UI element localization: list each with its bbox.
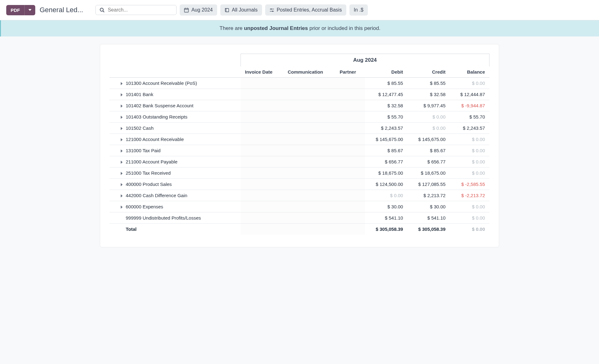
banner-strong[interactable]: unposted Journal Entries xyxy=(244,25,308,31)
empty-cell xyxy=(335,134,365,145)
empty-cell xyxy=(241,100,283,111)
account-name: 211000 Account Payable xyxy=(126,159,178,164)
expand-caret-icon[interactable] xyxy=(121,116,123,119)
expand-caret-icon[interactable] xyxy=(121,161,123,164)
search-box[interactable] xyxy=(95,5,177,15)
account-name: 251000 Tax Received xyxy=(126,170,171,176)
credit-cell: $ 85.67 xyxy=(407,145,450,156)
credit-cell: $ 18,675.00 xyxy=(407,167,450,179)
balance-cell: $ -2,585.55 xyxy=(450,179,489,190)
account-name-cell[interactable]: 442000 Cash Difference Gain xyxy=(110,190,241,201)
ledger-row[interactable]: 121000 Account Receivable$ 145,675.00$ 1… xyxy=(110,134,489,145)
empty-cell xyxy=(241,156,283,167)
entries-filter-button[interactable]: Posted Entries, Accrual Basis xyxy=(265,4,346,16)
account-name-cell[interactable]: 101502 Cash xyxy=(110,123,241,134)
empty-cell xyxy=(283,190,335,201)
empty-cell xyxy=(241,212,283,224)
col-communication: Communication xyxy=(283,66,335,78)
credit-cell: $ 656.77 xyxy=(407,156,450,167)
expand-caret-icon[interactable] xyxy=(121,172,123,175)
credit-cell: $ 0.00 xyxy=(407,123,450,134)
ledger-row[interactable]: 400000 Product Sales$ 124,500.00$ 127,08… xyxy=(110,179,489,190)
credit-cell: $ 32.58 xyxy=(407,89,450,100)
ledger-row[interactable]: 101402 Bank Suspense Account$ 32.58$ 9,9… xyxy=(110,100,489,111)
account-name: 400000 Product Sales xyxy=(126,182,172,187)
banner-prefix: There are xyxy=(220,25,244,31)
account-name-cell[interactable]: 101401 Bank xyxy=(110,89,241,100)
empty-cell xyxy=(335,156,365,167)
empty-cell xyxy=(241,145,283,156)
account-name: 999999 Undistributed Profits/Losses xyxy=(126,215,201,221)
account-name: 101502 Cash xyxy=(126,125,153,131)
svg-rect-2 xyxy=(184,8,188,12)
expand-caret-icon[interactable] xyxy=(121,206,123,209)
book-icon xyxy=(225,8,229,12)
expand-caret-icon[interactable] xyxy=(121,138,123,141)
account-name-cell[interactable]: 101300 Account Receivable (PoS) xyxy=(110,78,241,89)
account-name-cell[interactable]: 101403 Outstanding Receipts xyxy=(110,111,241,123)
expand-caret-icon[interactable] xyxy=(121,194,123,197)
expand-caret-icon[interactable] xyxy=(121,82,123,85)
empty-cell xyxy=(241,190,283,201)
journals-filter-button[interactable]: All Journals xyxy=(220,4,262,16)
col-credit: Credit xyxy=(407,66,450,78)
account-name-cell[interactable]: 121000 Account Receivable xyxy=(110,134,241,145)
ledger-row[interactable]: 101502 Cash$ 2,243.57$ 0.00$ 2,243.57 xyxy=(110,123,489,134)
empty-cell xyxy=(283,156,335,167)
account-name: 101402 Bank Suspense Account xyxy=(126,103,193,108)
empty-cell xyxy=(283,224,335,235)
account-name-cell[interactable]: 251000 Tax Received xyxy=(110,167,241,179)
pdf-button[interactable]: PDF xyxy=(6,5,24,15)
debit-cell: $ 85.67 xyxy=(365,145,407,156)
account-name-cell[interactable]: 211000 Account Payable xyxy=(110,156,241,167)
ledger-table: Aug 2024 Invoice Date Communication Part… xyxy=(110,54,489,235)
balance-cell: $ -9,944.87 xyxy=(450,100,489,111)
debit-cell: $ 85.55 xyxy=(365,78,407,89)
empty-cell xyxy=(241,167,283,179)
expand-caret-icon[interactable] xyxy=(121,93,123,96)
account-name-cell[interactable]: 400000 Product Sales xyxy=(110,179,241,190)
balance-cell: $ -2,213.72 xyxy=(450,190,489,201)
balance-cell: $ 0.00 xyxy=(450,156,489,167)
account-name: 101300 Account Receivable (PoS) xyxy=(126,80,197,86)
empty-cell xyxy=(335,78,365,89)
currency-filter-button[interactable]: In .$ xyxy=(349,4,368,16)
expand-caret-icon[interactable] xyxy=(121,183,123,186)
search-input[interactable] xyxy=(108,7,173,13)
entries-filter-label: Posted Entries, Accrual Basis xyxy=(277,7,342,13)
svg-line-1 xyxy=(103,11,104,12)
empty-cell xyxy=(241,179,283,190)
col-partner: Partner xyxy=(335,66,365,78)
empty-cell xyxy=(335,167,365,179)
expand-caret-icon[interactable] xyxy=(121,149,123,153)
ledger-row[interactable]: 211000 Account Payable$ 656.77$ 656.77$ … xyxy=(110,156,489,167)
account-name-cell[interactable]: 101402 Bank Suspense Account xyxy=(110,100,241,111)
ledger-row[interactable]: 101403 Outstanding Receipts$ 55.70$ 0.00… xyxy=(110,111,489,123)
pdf-dropdown-button[interactable] xyxy=(24,5,35,15)
empty-cell xyxy=(335,179,365,190)
empty-cell xyxy=(241,78,283,89)
empty-cell xyxy=(335,190,365,201)
col-balance: Balance xyxy=(450,66,489,78)
debit-cell: $ 55.70 xyxy=(365,111,407,123)
account-name-cell[interactable]: 600000 Expenses xyxy=(110,201,241,212)
empty-cell xyxy=(335,145,365,156)
empty-cell xyxy=(241,89,283,100)
empty-cell xyxy=(283,145,335,156)
account-name-cell[interactable]: 131000 Tax Paid xyxy=(110,145,241,156)
ledger-row[interactable]: 131000 Tax Paid$ 85.67$ 85.67$ 0.00 xyxy=(110,145,489,156)
balance-cell: $ 2,243.57 xyxy=(450,123,489,134)
account-name: 121000 Account Receivable xyxy=(126,137,184,142)
expand-caret-icon[interactable] xyxy=(121,104,123,108)
empty-cell xyxy=(241,134,283,145)
ledger-row[interactable]: 101401 Bank$ 12,477.45$ 32.58$ 12,444.87 xyxy=(110,89,489,100)
sliders-icon xyxy=(270,8,274,12)
date-filter-button[interactable]: Aug 2024 xyxy=(180,4,217,16)
ledger-row[interactable]: 442000 Cash Difference Gain$ 0.00$ 2,213… xyxy=(110,190,489,201)
ledger-row[interactable]: 600000 Expenses$ 30.00$ 30.00$ 0.00 xyxy=(110,201,489,212)
expand-caret-icon[interactable] xyxy=(121,127,123,130)
ledger-row[interactable]: 101300 Account Receivable (PoS)$ 85.55$ … xyxy=(110,78,489,89)
empty-cell xyxy=(283,89,335,100)
chevron-down-icon xyxy=(28,9,32,11)
ledger-row[interactable]: 251000 Tax Received$ 18,675.00$ 18,675.0… xyxy=(110,167,489,179)
